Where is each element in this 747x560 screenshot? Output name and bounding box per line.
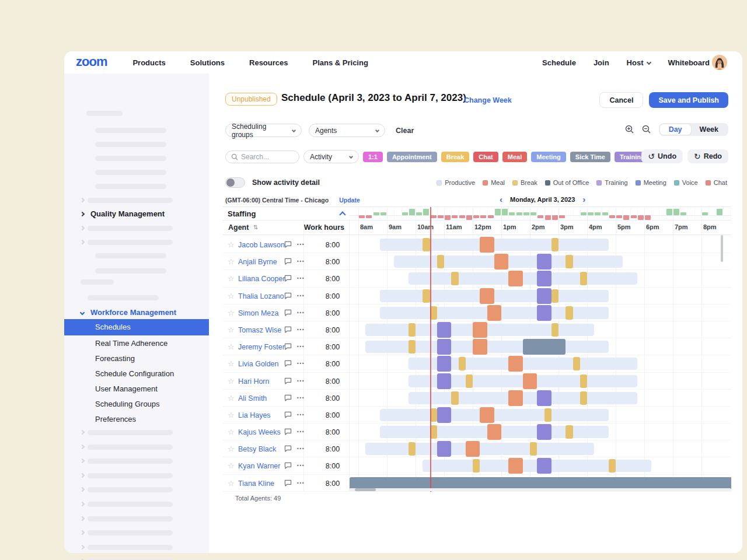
- chat-icon[interactable]: [284, 309, 292, 316]
- redo-button[interactable]: ↻ Redo: [687, 149, 728, 163]
- nav-item-schedule[interactable]: Schedule: [542, 58, 576, 67]
- meal-block[interactable]: [480, 407, 494, 423]
- agent-name-link[interactable]: Ali Smith: [238, 394, 267, 402]
- shift-bar[interactable]: [380, 409, 609, 421]
- row-more-button[interactable]: ⋯: [296, 239, 305, 249]
- search-input[interactable]: Search...: [225, 150, 299, 163]
- shift-bar[interactable]: [394, 256, 623, 268]
- meal-block[interactable]: [473, 339, 487, 355]
- shift-bar[interactable]: [380, 290, 609, 302]
- agent-name-link[interactable]: Jeremy Foster: [238, 343, 285, 351]
- nav-item-plans-pricing[interactable]: Plans & Pricing: [313, 58, 368, 67]
- sort-icon[interactable]: ⇅: [253, 224, 258, 230]
- row-more-button[interactable]: ⋯: [296, 341, 305, 351]
- zoom-out-icon[interactable]: [642, 125, 651, 134]
- clear-filters-link[interactable]: Clear: [396, 127, 414, 135]
- meeting-block[interactable]: [437, 322, 452, 338]
- break-block[interactable]: [573, 357, 580, 370]
- favorite-star-icon[interactable]: ☆: [228, 240, 235, 249]
- sidebar-item-preferences[interactable]: Preferences: [95, 412, 136, 427]
- sidebar-item-quality-management[interactable]: Quality Management: [81, 209, 165, 218]
- break-block[interactable]: [473, 459, 480, 473]
- meeting-block[interactable]: [537, 305, 551, 321]
- shift-bar[interactable]: [365, 341, 609, 353]
- chat-icon[interactable]: [284, 326, 292, 333]
- meeting-block[interactable]: [537, 288, 551, 304]
- staffing-collapse-chevron[interactable]: [339, 211, 345, 218]
- break-block[interactable]: [409, 323, 416, 337]
- chat-icon[interactable]: [284, 275, 292, 282]
- meal-block[interactable]: [487, 424, 502, 440]
- previous-day-button[interactable]: ‹: [500, 195, 502, 204]
- favorite-star-icon[interactable]: ☆: [228, 309, 235, 317]
- break-block[interactable]: [530, 442, 537, 456]
- row-more-button[interactable]: ⋯: [296, 376, 305, 385]
- timezone-update-link[interactable]: Update: [339, 197, 360, 204]
- break-block[interactable]: [566, 255, 573, 268]
- break-block[interactable]: [409, 442, 416, 456]
- agent-name-link[interactable]: Betsy Black: [238, 445, 276, 453]
- agent-column-header[interactable]: Agent: [228, 223, 249, 232]
- meal-block[interactable]: [508, 271, 523, 286]
- undo-button[interactable]: ↺ Undo: [641, 149, 683, 163]
- activity-chip-chat[interactable]: Chat: [473, 152, 498, 162]
- agent-name-link[interactable]: Jacob Lawson: [238, 241, 285, 249]
- activity-chip-break[interactable]: Break: [441, 152, 470, 162]
- favorite-star-icon[interactable]: ☆: [228, 428, 235, 436]
- meeting-block[interactable]: [437, 373, 452, 389]
- cancel-button[interactable]: Cancel: [599, 92, 643, 108]
- break-block[interactable]: [423, 238, 430, 251]
- break-block[interactable]: [466, 374, 473, 388]
- meal-block[interactable]: [494, 254, 509, 270]
- favorite-star-icon[interactable]: ☆: [228, 257, 235, 266]
- meal-block[interactable]: [487, 305, 502, 321]
- break-block[interactable]: [409, 340, 416, 354]
- scheduling-groups-select[interactable]: Scheduling groups: [225, 124, 302, 137]
- shift-bar[interactable]: [380, 239, 609, 251]
- chat-icon[interactable]: [284, 258, 292, 265]
- meal-block[interactable]: [473, 322, 487, 338]
- meeting-block[interactable]: [437, 356, 452, 372]
- activity-select[interactable]: Activity: [303, 150, 359, 163]
- favorite-star-icon[interactable]: ☆: [228, 274, 235, 283]
- show-activity-detail-toggle[interactable]: [225, 177, 245, 188]
- break-block[interactable]: [609, 459, 616, 473]
- break-block[interactable]: [566, 425, 573, 439]
- meal-block[interactable]: [480, 288, 494, 304]
- nav-item-products[interactable]: Products: [132, 58, 165, 67]
- meeting-block[interactable]: [437, 407, 452, 423]
- row-more-button[interactable]: ⋯: [296, 307, 305, 317]
- meal-block[interactable]: [508, 356, 523, 372]
- meal-block[interactable]: [508, 390, 523, 406]
- ooo-block[interactable]: [523, 339, 566, 355]
- nav-item-resources[interactable]: Resources: [249, 58, 288, 67]
- zoom-logo[interactable]: zoom: [76, 55, 107, 68]
- change-week-link[interactable]: Change Week: [464, 96, 512, 104]
- zoom-in-icon[interactable]: [625, 125, 634, 134]
- activity-chip-meal[interactable]: Meal: [502, 152, 527, 162]
- break-block[interactable]: [451, 272, 458, 285]
- agent-name-link[interactable]: Tiana Kline: [238, 480, 274, 488]
- meeting-block[interactable]: [437, 339, 452, 355]
- meal-block[interactable]: [508, 458, 523, 474]
- agent-name-link[interactable]: Tomasz Wise: [238, 326, 281, 334]
- break-block[interactable]: [423, 289, 430, 303]
- nav-item-whiteboard[interactable]: Whiteboard: [668, 58, 710, 67]
- sidebar-item-scheduling-groups[interactable]: Scheduling Groups: [95, 397, 160, 412]
- meeting-block[interactable]: [537, 458, 551, 474]
- meal-block[interactable]: [480, 237, 494, 253]
- chat-icon[interactable]: [284, 360, 292, 367]
- scrollbar-thumb[interactable]: [355, 488, 376, 491]
- chat-icon[interactable]: [284, 241, 292, 248]
- favorite-star-icon[interactable]: ☆: [228, 377, 235, 386]
- activity-chip-appointment[interactable]: Appointment: [387, 152, 437, 162]
- row-more-button[interactable]: ⋯: [296, 256, 305, 265]
- agent-name-link[interactable]: Hari Horn: [238, 377, 270, 386]
- nav-item-join[interactable]: Join: [594, 58, 609, 67]
- day-tab[interactable]: Day: [660, 124, 691, 135]
- row-more-button[interactable]: ⋯: [296, 393, 305, 402]
- nav-item-solutions[interactable]: Solutions: [190, 58, 225, 67]
- favorite-star-icon[interactable]: ☆: [228, 342, 235, 351]
- chat-icon[interactable]: [284, 292, 292, 299]
- sidebar-item-real-time-adherence[interactable]: Real Time Adherence: [95, 336, 167, 351]
